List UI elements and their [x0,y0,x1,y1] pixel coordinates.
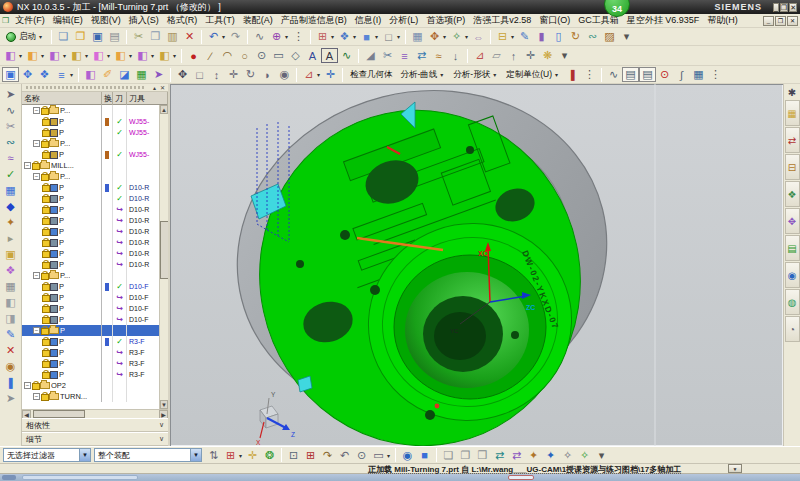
more-row1-button[interactable]: ▾ [618,29,635,44]
deviation-gauge-button[interactable]: ⊙ [656,67,673,82]
tree-row[interactable]: P↪R3-F [22,347,159,358]
chamfer-button[interactable]: ◢ [362,48,379,63]
boxed-text-button[interactable]: A [321,48,338,63]
verify-toolpath-icon[interactable]: ✓ [2,166,20,182]
clip-copy-icon[interactable]: ❏ [440,448,457,463]
menu-装配A[interactable]: 装配(A) [239,15,277,25]
menu-浩强工具v2.58[interactable]: 浩强工具v2.58 [469,15,535,25]
replay-button[interactable]: ∿ [251,29,268,44]
scope-refresh-icon[interactable]: ⇅ [205,448,222,463]
plane-button[interactable]: ▱ [488,48,505,63]
tree-row[interactable]: P↪R3-F [22,369,159,380]
restore-button[interactable]: ❐ [780,3,788,12]
more-analysis-button[interactable]: ⋮ [581,67,598,82]
tool-gray-icon[interactable]: ✧ [559,448,576,463]
expand-toggle-icon[interactable]: − [33,327,40,334]
custom-units-button[interactable]: 定制单位(U)▾ [502,67,564,83]
zebra-analysis-button[interactable]: ▤ [622,67,639,82]
tree-horizontal-scrollbar[interactable]: ◀ ▶ [22,409,168,418]
history-tab[interactable]: ◔ [785,316,800,342]
delete-object-icon[interactable]: ✕ [2,342,20,358]
snap-enable-icon[interactable]: ❂ [261,448,278,463]
expand-toggle-icon[interactable]: − [24,382,31,389]
tool-green-icon[interactable]: ✧ [576,448,593,463]
perspective-button[interactable]: ◗ [259,67,276,82]
strip-sep-icon[interactable]: ▸ [2,230,20,246]
status-dropdown-icon[interactable]: ▼ [728,464,742,473]
pattern-curve-button[interactable]: ≡ [396,48,413,63]
menu-视图V[interactable]: 视图(V) [87,15,125,25]
wave-link-icon[interactable]: ⇄ [491,448,508,463]
menu-信息I[interactable]: 信息(I) [351,15,386,25]
manual-book-button[interactable]: ❚ [564,67,581,82]
zoom-inout-button[interactable]: ↕ [208,67,225,82]
plot-button[interactable]: ▤ [106,29,123,44]
rectangle-button[interactable]: ▭ [270,48,287,63]
column-header-3[interactable]: 刀 [113,92,127,105]
menu-格式R[interactable]: 格式(R) [163,15,202,25]
selection-scope-combo[interactable]: 整个装配 ▼ [94,448,202,462]
tree-row[interactable]: −P [22,325,159,336]
open-button[interactable]: ❐ [72,29,89,44]
hscroll-thumb[interactable] [33,410,85,418]
internet-explorer-tab[interactable]: ◍ [785,289,800,315]
simulate-icon[interactable]: ▦ [2,182,20,198]
zebra-analysis-2-button[interactable]: ▤ [639,67,656,82]
menu-产品制造信息B[interactable]: 产品制造信息(B) [277,15,351,25]
vector-button[interactable]: ↑ [505,48,522,63]
polygon-button[interactable]: ◇ [287,48,304,63]
list-toolpath-icon[interactable]: ▦ [2,278,20,294]
more-row2-button[interactable]: ▾ [556,48,573,63]
mirror-button[interactable]: ⇄ [413,48,430,63]
child-minimize-button[interactable]: _ [763,16,774,26]
tree-row[interactable]: P↪D10-F [22,292,159,303]
graphics-viewport[interactable]: XC ZC YC DW-02-YKXD-07 Y Z [170,84,783,446]
tree-row[interactable]: −OP2 [22,380,159,391]
transform-toolpath-icon[interactable]: ≈ [2,150,20,166]
analysis-shape-button[interactable]: 分析-形状▾ [449,67,502,83]
delete-button[interactable]: ✕ [181,29,198,44]
tree-row[interactable]: −TURN... [22,391,159,402]
snapshot-button[interactable]: ◉ [276,67,293,82]
detailed-filter-button[interactable]: ❖ [36,67,53,82]
divide-toolpath-icon[interactable]: ∾ [2,134,20,150]
menu-编辑E[interactable]: 编辑(E) [49,15,87,25]
menu-工具T[interactable]: 工具(T) [201,15,239,25]
replay-path-button[interactable]: ∿ [605,67,622,82]
more-standard-button[interactable]: ⋮ [290,29,307,44]
expand-toggle-icon[interactable]: − [33,393,40,400]
type-filter-button[interactable]: ▣ [2,67,19,82]
spline-button[interactable]: ∿ [338,48,355,63]
tree-row[interactable]: P↪R3-F [22,358,159,369]
line-button[interactable]: ∕ [202,48,219,63]
close-button[interactable]: ✕ [789,3,797,12]
menu-插入S[interactable]: 插入(S) [125,15,163,25]
expand-toggle-icon[interactable]: − [24,162,31,169]
rotate-snap-icon[interactable]: ↷ [319,448,336,463]
menu-帮助H[interactable]: 帮助(H) [703,15,742,25]
expand-toggle-icon[interactable]: − [33,173,40,180]
expand-toggle-icon[interactable]: − [33,272,40,279]
assemblies-button[interactable]: ▦ [409,29,426,44]
tree-row[interactable]: P✓WJ55-OP1 [22,149,159,160]
scroll-thumb[interactable] [160,221,168,279]
circle-button[interactable]: ○ [236,48,253,63]
shaded-object-icon[interactable]: ■ [416,448,433,463]
tree-vertical-scrollbar[interactable]: ▲ ▼ [159,105,168,409]
tree-row[interactable]: P✓R3-F [22,336,159,347]
light-button[interactable]: ❋ [539,48,556,63]
datum-csys-button[interactable]: ⊿ [471,48,488,63]
tree-column-headers[interactable]: 名称换刀刀具 [22,92,168,105]
geometry-view-button[interactable]: ◪ [116,67,133,82]
section-curve-button[interactable]: ∫ [673,67,690,82]
tree-row[interactable]: P↪D10-R [22,204,159,215]
highlight-icon[interactable]: ✛ [244,448,261,463]
menu-窗口O[interactable]: 窗口(O) [535,15,574,25]
add-box-icon[interactable]: ⊞ [302,448,319,463]
tree-row[interactable]: P↪D10-R [22,215,159,226]
clip-special-icon[interactable]: ❒ [474,448,491,463]
expand-toggle-icon[interactable]: − [33,140,40,147]
trim-toolpath-icon[interactable]: ✂ [2,118,20,134]
scroll-down-icon[interactable]: ▼ [160,400,168,409]
arc-button[interactable]: ◠ [219,48,236,63]
